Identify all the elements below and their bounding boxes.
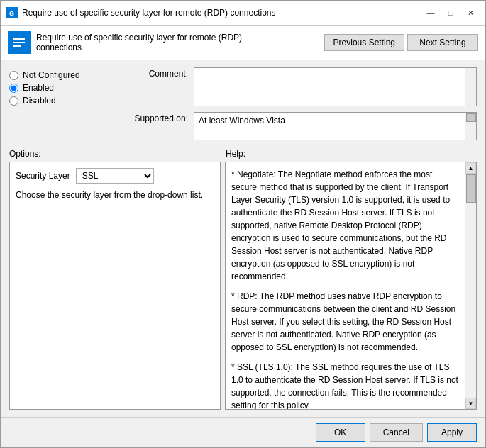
apply-button[interactable]: Apply (427, 423, 477, 442)
comment-scrollbar[interactable] (465, 68, 476, 106)
ok-button[interactable]: OK (316, 423, 365, 442)
not-configured-text: Not Configured (23, 70, 80, 80)
comment-field-row: Comment: (101, 67, 477, 106)
scroll-down-button[interactable]: ▼ (465, 398, 476, 409)
footer: OK Cancel Apply (1, 417, 485, 447)
supported-field-container: At least Windows Vista (194, 112, 477, 140)
help-paragraph-1: * Negotiate: The Negotiate method enforc… (231, 168, 459, 283)
supported-field-row: Supported on: At least Windows Vista (101, 112, 477, 140)
header-left: Require use of specific security layer f… (8, 31, 263, 54)
maximize-button[interactable]: □ (441, 5, 460, 21)
not-configured-label[interactable]: Not Configured (9, 70, 101, 80)
enabled-label[interactable]: Enabled (9, 83, 101, 93)
svg-text:G: G (9, 10, 14, 17)
help-scrollbar[interactable]: ▲ ▼ (465, 162, 476, 409)
disabled-radio[interactable] (9, 96, 18, 106)
options-section-label: Options: (9, 149, 226, 159)
main-window: G Require use of specific security layer… (0, 0, 486, 448)
help-panel: * Negotiate: The Negotiate method enforc… (225, 162, 477, 410)
svg-rect-3 (13, 38, 25, 40)
header-buttons: Previous Setting Next Setting (324, 34, 478, 51)
title-bar: G Require use of specific security layer… (1, 1, 485, 26)
window-title: Require use of specific security layer f… (22, 8, 275, 18)
help-section-label: Help: (226, 149, 477, 159)
radio-section: Not Configured Enabled Disabled (9, 67, 101, 139)
header-title: Require use of specific security layer f… (36, 33, 263, 52)
security-layer-select[interactable]: Negotiate RDP SSL (76, 168, 154, 184)
svg-rect-5 (13, 45, 21, 47)
header-bar: Require use of specific security layer f… (1, 26, 485, 60)
comment-field-container (194, 67, 477, 106)
help-content: * Negotiate: The Negotiate method enforc… (226, 162, 465, 409)
enabled-radio[interactable] (9, 84, 18, 93)
not-configured-radio[interactable] (9, 71, 18, 80)
disabled-label[interactable]: Disabled (9, 96, 101, 106)
help-paragraph-3: * SSL (TLS 1.0): The SSL method requires… (231, 361, 459, 409)
cancel-button[interactable]: Cancel (370, 423, 423, 442)
supported-label: Supported on: (101, 112, 194, 123)
security-layer-label: Security Layer (16, 171, 70, 181)
security-layer-row: Security Layer Negotiate RDP SSL (16, 168, 214, 184)
window-icon: G (6, 7, 18, 18)
options-description: Choose the security layer from the drop-… (16, 189, 214, 201)
comment-textarea[interactable] (194, 68, 465, 106)
svg-rect-4 (13, 42, 25, 43)
comment-label: Comment: (101, 67, 194, 79)
scroll-thumb[interactable] (466, 174, 476, 203)
supported-value: At least Windows Vista (194, 113, 465, 140)
section-labels: Options: Help: (9, 149, 477, 159)
disabled-text: Disabled (23, 96, 56, 106)
scroll-track[interactable] (465, 174, 476, 398)
bottom-panels: Security Layer Negotiate RDP SSL Choose … (9, 162, 477, 410)
options-panel: Security Layer Negotiate RDP SSL Choose … (9, 162, 221, 410)
policy-icon (8, 31, 31, 54)
main-content: Not Configured Enabled Disabled Comment: (1, 60, 485, 417)
supported-box: At least Windows Vista (194, 112, 477, 140)
next-setting-button[interactable]: Next Setting (407, 34, 478, 51)
title-bar-left: G Require use of specific security layer… (6, 7, 275, 18)
enabled-text: Enabled (23, 83, 54, 93)
scroll-up-button[interactable]: ▲ (465, 162, 476, 174)
supported-scrollbar[interactable] (465, 113, 476, 140)
help-paragraph-2: * RDP: The RDP method uses native RDP en… (231, 290, 459, 354)
minimize-button[interactable]: — (421, 5, 440, 21)
title-controls: — □ ✕ (421, 5, 480, 21)
close-button[interactable]: ✕ (461, 5, 480, 21)
previous-setting-button[interactable]: Previous Setting (324, 34, 404, 51)
comment-box (194, 67, 477, 106)
